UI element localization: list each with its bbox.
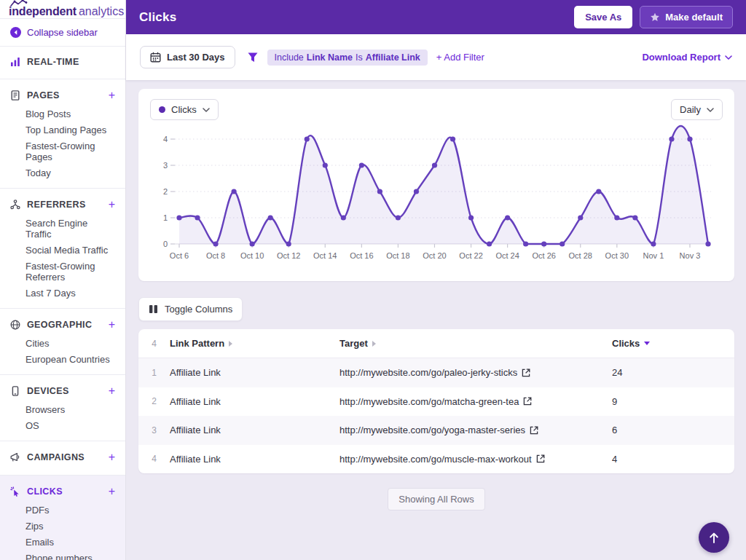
column-header-link-pattern[interactable]: Link Pattern (170, 338, 339, 349)
sidebar-section-header-devices[interactable]: DEVICES+ (0, 381, 125, 401)
svg-text:Oct 24: Oct 24 (495, 251, 519, 260)
add-report-button[interactable]: + (109, 385, 115, 397)
row-number: 2 (138, 396, 170, 406)
sidebar-section-label: REFERRERS (27, 200, 86, 210)
sidebar-section-label: REAL-TIME (27, 57, 79, 67)
svg-text:Oct 6: Oct 6 (170, 251, 189, 260)
add-report-button[interactable]: + (109, 199, 115, 210)
sidebar-section-header-real-time[interactable]: REAL-TIME (0, 52, 125, 71)
sidebar-item-phone-numbers[interactable]: Phone numbers (0, 550, 125, 560)
sidebar-item-search-engine-traffic[interactable]: Search Engine Traffic (0, 215, 125, 242)
svg-text:Oct 28: Oct 28 (569, 251, 592, 260)
svg-text:Oct 14: Oct 14 (313, 251, 337, 260)
sidebar-section-header-campaigns[interactable]: CAMPAIGNS+ (0, 447, 125, 468)
add-report-button[interactable]: + (109, 486, 115, 497)
scroll-to-top-button[interactable] (699, 522, 729, 553)
metric-label: Clicks (171, 104, 197, 115)
external-link-icon (536, 454, 545, 463)
add-report-button[interactable]: + (109, 451, 115, 463)
filter-field: Link Name (307, 52, 353, 63)
clicks-table: 4 Link Pattern Target Clicks 1Affiliate … (138, 329, 734, 473)
sidebar-item-last-7-days[interactable]: Last 7 Days (0, 285, 125, 301)
showing-all-rows-button[interactable]: Showing All Rows (388, 488, 484, 510)
add-report-button[interactable]: + (109, 90, 115, 101)
sidebar-section-referrers: REFERRERS+Search Engine TrafficSocial Me… (0, 189, 125, 309)
link-pattern-cell: Affiliate Link (170, 425, 339, 435)
column-header-target[interactable]: Target (339, 338, 612, 349)
sidebar-section-clicks: CLICKS+PDFsZipsEmailsPhone numbers (0, 476, 125, 560)
save-as-button[interactable]: Save As (574, 6, 632, 28)
megaphone-icon (10, 452, 20, 462)
target-link[interactable]: http://mywebsite.com/go/yoga-master-seri… (339, 425, 525, 435)
active-filter-pill[interactable]: Include Link Name Is Affiliate Link (267, 50, 428, 66)
sidebar-section-header-geographic[interactable]: GEOGRAPHIC+ (0, 315, 125, 335)
filter-funnel-icon[interactable] (247, 52, 259, 63)
sidebar-item-browsers[interactable]: Browsers (0, 401, 125, 417)
sidebar-item-fastest-growing-pages[interactable]: Fastest-Growing Pages (0, 138, 125, 165)
svg-text:1: 1 (163, 213, 168, 222)
table-row[interactable]: 1Affiliate Linkhttp://mywebsite.com/go/p… (138, 358, 734, 387)
svg-text:3: 3 (163, 161, 168, 170)
filter-condition: Is (356, 52, 363, 63)
main-area: Clicks Save As Make default L (126, 0, 746, 560)
sidebar-item-cities[interactable]: Cities (0, 335, 125, 351)
make-default-button[interactable]: Make default (640, 6, 733, 28)
svg-text:Oct 30: Oct 30 (605, 251, 629, 260)
chevron-down-icon (203, 108, 210, 112)
sidebar-section-header-referrers[interactable]: REFERRERS+ (0, 194, 125, 215)
table-header-row: 4 Link Pattern Target Clicks (138, 329, 734, 358)
date-range-button[interactable]: Last 30 Days (140, 46, 235, 68)
sidebar-section-devices: DEVICES+BrowsersOS (0, 375, 125, 441)
clicks-line-chart[interactable]: 01234Oct 6Oct 8Oct 10Oct 12Oct 14Oct 16O… (150, 120, 723, 269)
clicks-cell: 6 (612, 425, 734, 435)
interval-dropdown[interactable]: Daily (671, 99, 723, 120)
table-row[interactable]: 4Affiliate Linkhttp://mywebsite.com/go/m… (138, 445, 734, 474)
sidebar-item-european-countries[interactable]: European Countries (0, 351, 125, 367)
table-row[interactable]: 2Affiliate Linkhttp://mywebsite.com/go/m… (138, 387, 734, 417)
page-header: Clicks Save As Make default (126, 0, 746, 34)
filter-bar: Last 30 Days Include Link Name Is Affili… (126, 34, 746, 80)
star-icon (650, 12, 660, 23)
sidebar-item-social-media-traffic[interactable]: Social Media Traffic (0, 242, 125, 258)
device-icon (10, 386, 20, 396)
table-row[interactable]: 3Affiliate Linkhttp://mywebsite.com/go/y… (138, 416, 734, 445)
arrow-up-icon (708, 532, 720, 544)
sidebar-item-pdfs[interactable]: PDFs (0, 502, 125, 518)
target-link[interactable]: http://mywebsite.com/go/paleo-jerky-stic… (339, 367, 517, 378)
network-icon (10, 200, 20, 210)
sidebar-item-zips[interactable]: Zips (0, 518, 125, 534)
sidebar-section-real-time: REAL-TIME (0, 47, 125, 79)
svg-text:Oct 18: Oct 18 (386, 251, 409, 260)
chart-panel: Clicks Daily 01234Oct 6Oct 8Oct 10Oct 12… (138, 89, 734, 281)
table-body: 1Affiliate Linkhttp://mywebsite.com/go/p… (138, 358, 734, 473)
sidebar-section-campaigns: CAMPAIGNS+ (0, 441, 125, 476)
filter-value: Affiliate Link (366, 52, 420, 63)
collapse-sidebar-label: Collapse sidebar (27, 27, 98, 38)
metric-dropdown[interactable]: Clicks (150, 99, 219, 120)
row-number: 3 (138, 425, 170, 435)
toggle-columns-button[interactable]: Toggle Columns (138, 297, 243, 321)
svg-text:0: 0 (163, 240, 168, 248)
add-filter-button[interactable]: + Add Filter (436, 52, 484, 63)
sidebar-item-blog-posts[interactable]: Blog Posts (0, 106, 125, 122)
sidebar-section-header-pages[interactable]: PAGES+ (0, 85, 125, 106)
target-link[interactable]: http://mywebsite.com/go/matcha-green-tea (339, 396, 519, 407)
column-header-clicks[interactable]: Clicks (612, 338, 734, 349)
sidebar-item-os[interactable]: OS (0, 417, 125, 433)
interval-label: Daily (680, 104, 701, 115)
brand-logo[interactable]: independentanalytics (0, 0, 125, 19)
content-area: Clicks Daily 01234Oct 6Oct 8Oct 10Oct 12… (126, 80, 746, 560)
sidebar-item-fastest-growing-referrers[interactable]: Fastest-Growing Referrers (0, 258, 125, 285)
sidebar-section-label: CLICKS (27, 486, 63, 497)
chevron-down-icon (725, 55, 732, 60)
sidebar-item-top-landing-pages[interactable]: Top Landing Pages (0, 122, 125, 138)
sidebar-item-emails[interactable]: Emails (0, 534, 125, 550)
target-link[interactable]: http://mywebsite.com/go/muscle-max-worko… (339, 454, 532, 465)
svg-text:Oct 26: Oct 26 (532, 251, 555, 260)
sidebar-item-today[interactable]: Today (0, 165, 125, 181)
collapse-sidebar-button[interactable]: Collapse sidebar (0, 19, 125, 47)
sidebar-section-label: PAGES (27, 90, 60, 100)
download-report-button[interactable]: Download Report (642, 52, 732, 63)
sidebar-section-header-clicks[interactable]: CLICKS+ (0, 481, 125, 502)
add-report-button[interactable]: + (109, 319, 115, 331)
